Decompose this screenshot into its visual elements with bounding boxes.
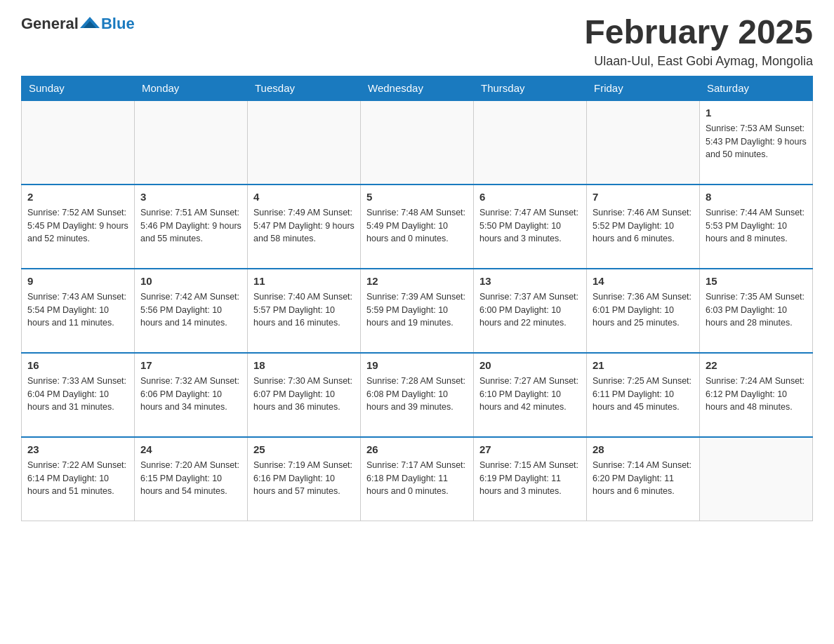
day-number: 13: [479, 274, 581, 288]
day-info: Sunrise: 7:25 AM Sunset: 6:11 PM Dayligh…: [593, 375, 694, 414]
day-info: Sunrise: 7:33 AM Sunset: 6:04 PM Dayligh…: [27, 375, 128, 414]
day-number: 17: [140, 358, 241, 373]
day-info: Sunrise: 7:37 AM Sunset: 6:00 PM Dayligh…: [479, 290, 581, 330]
day-info: Sunrise: 7:52 AM Sunset: 5:45 PM Dayligh…: [27, 206, 128, 246]
day-number: 3: [140, 189, 241, 204]
calendar-cell: 20Sunrise: 7:27 AM Sunset: 6:10 PM Dayli…: [474, 353, 587, 437]
day-number: 26: [366, 442, 468, 457]
calendar-cell: 6Sunrise: 7:47 AM Sunset: 5:50 PM Daylig…: [474, 185, 587, 269]
day-number: 16: [27, 358, 128, 373]
calendar-cell: [474, 100, 587, 185]
calendar-week-row-0: 1Sunrise: 7:53 AM Sunset: 5:43 PM Daylig…: [22, 100, 813, 185]
day-number: 19: [366, 358, 468, 373]
calendar-day-header-monday: Monday: [135, 76, 248, 100]
calendar-cell: 5Sunrise: 7:48 AM Sunset: 5:49 PM Daylig…: [361, 185, 474, 269]
day-info: Sunrise: 7:47 AM Sunset: 5:50 PM Dayligh…: [479, 206, 581, 246]
calendar-cell: [361, 100, 474, 185]
calendar-cell: 9Sunrise: 7:43 AM Sunset: 5:54 PM Daylig…: [22, 269, 135, 353]
day-info: Sunrise: 7:28 AM Sunset: 6:08 PM Dayligh…: [366, 375, 468, 414]
day-number: 1: [706, 105, 807, 120]
logo-blue-text: Blue: [101, 15, 135, 33]
month-title: February 2025: [584, 14, 813, 51]
location-text: Ulaan-Uul, East Gobi Aymag, Mongolia: [584, 54, 813, 69]
calendar-cell: 17Sunrise: 7:32 AM Sunset: 6:06 PM Dayli…: [135, 353, 248, 437]
calendar-cell: 26Sunrise: 7:17 AM Sunset: 6:18 PM Dayli…: [361, 437, 474, 521]
calendar-day-header-tuesday: Tuesday: [248, 76, 361, 100]
day-number: 18: [253, 358, 355, 373]
calendar-cell: 11Sunrise: 7:40 AM Sunset: 5:57 PM Dayli…: [248, 269, 361, 353]
calendar-cell: [700, 437, 813, 521]
day-info: Sunrise: 7:30 AM Sunset: 6:07 PM Dayligh…: [253, 375, 355, 414]
day-number: 28: [593, 442, 694, 457]
calendar-cell: 1Sunrise: 7:53 AM Sunset: 5:43 PM Daylig…: [700, 100, 813, 185]
calendar-cell: 25Sunrise: 7:19 AM Sunset: 6:16 PM Dayli…: [248, 437, 361, 521]
day-info: Sunrise: 7:40 AM Sunset: 5:57 PM Dayligh…: [253, 290, 355, 330]
day-number: 20: [479, 358, 581, 373]
day-info: Sunrise: 7:36 AM Sunset: 6:01 PM Dayligh…: [593, 290, 694, 330]
calendar-cell: 3Sunrise: 7:51 AM Sunset: 5:46 PM Daylig…: [135, 185, 248, 269]
calendar-cell: 16Sunrise: 7:33 AM Sunset: 6:04 PM Dayli…: [22, 353, 135, 437]
calendar-cell: 21Sunrise: 7:25 AM Sunset: 6:11 PM Dayli…: [587, 353, 700, 437]
calendar-cell: 2Sunrise: 7:52 AM Sunset: 5:45 PM Daylig…: [22, 185, 135, 269]
title-section: February 2025 Ulaan-Uul, East Gobi Aymag…: [584, 14, 813, 69]
calendar-cell: [248, 100, 361, 185]
day-info: Sunrise: 7:20 AM Sunset: 6:15 PM Dayligh…: [140, 459, 241, 498]
calendar-table: SundayMondayTuesdayWednesdayThursdayFrid…: [21, 76, 813, 522]
day-number: 4: [253, 189, 355, 204]
calendar-cell: 22Sunrise: 7:24 AM Sunset: 6:12 PM Dayli…: [700, 353, 813, 437]
day-number: 8: [706, 189, 807, 204]
day-number: 24: [140, 442, 241, 457]
day-info: Sunrise: 7:51 AM Sunset: 5:46 PM Dayligh…: [140, 206, 241, 246]
day-number: 12: [366, 274, 468, 288]
calendar-cell: 12Sunrise: 7:39 AM Sunset: 5:59 PM Dayli…: [361, 269, 474, 353]
day-number: 21: [593, 358, 694, 373]
calendar-day-header-sunday: Sunday: [22, 76, 135, 100]
calendar-cell: 10Sunrise: 7:42 AM Sunset: 5:56 PM Dayli…: [135, 269, 248, 353]
calendar-cell: [22, 100, 135, 185]
day-number: 2: [27, 189, 128, 204]
calendar-week-row-1: 2Sunrise: 7:52 AM Sunset: 5:45 PM Daylig…: [22, 185, 813, 269]
calendar-day-header-saturday: Saturday: [700, 76, 813, 100]
day-number: 27: [479, 442, 581, 457]
day-number: 10: [140, 274, 241, 288]
calendar-cell: 18Sunrise: 7:30 AM Sunset: 6:07 PM Dayli…: [248, 353, 361, 437]
calendar-cell: 15Sunrise: 7:35 AM Sunset: 6:03 PM Dayli…: [700, 269, 813, 353]
day-number: 11: [253, 274, 355, 288]
day-number: 14: [593, 274, 694, 288]
day-info: Sunrise: 7:32 AM Sunset: 6:06 PM Dayligh…: [140, 375, 241, 414]
day-info: Sunrise: 7:22 AM Sunset: 6:14 PM Dayligh…: [27, 459, 128, 498]
calendar-cell: 8Sunrise: 7:44 AM Sunset: 5:53 PM Daylig…: [700, 185, 813, 269]
logo-general-text: General: [21, 15, 79, 33]
calendar-cell: 13Sunrise: 7:37 AM Sunset: 6:00 PM Dayli…: [474, 269, 587, 353]
day-number: 9: [27, 274, 128, 288]
calendar-day-header-thursday: Thursday: [474, 76, 587, 100]
calendar-cell: 28Sunrise: 7:14 AM Sunset: 6:20 PM Dayli…: [587, 437, 700, 521]
calendar-day-header-wednesday: Wednesday: [361, 76, 474, 100]
page-header: General Blue February 2025 Ulaan-Uul, Ea…: [21, 14, 813, 69]
day-number: 22: [706, 358, 807, 373]
day-number: 25: [253, 442, 355, 457]
day-info: Sunrise: 7:19 AM Sunset: 6:16 PM Dayligh…: [253, 459, 355, 498]
day-info: Sunrise: 7:48 AM Sunset: 5:49 PM Dayligh…: [366, 206, 468, 246]
calendar-cell: 19Sunrise: 7:28 AM Sunset: 6:08 PM Dayli…: [361, 353, 474, 437]
day-info: Sunrise: 7:39 AM Sunset: 5:59 PM Dayligh…: [366, 290, 468, 330]
calendar-week-row-2: 9Sunrise: 7:43 AM Sunset: 5:54 PM Daylig…: [22, 269, 813, 353]
calendar-week-row-3: 16Sunrise: 7:33 AM Sunset: 6:04 PM Dayli…: [22, 353, 813, 437]
calendar-cell: 27Sunrise: 7:15 AM Sunset: 6:19 PM Dayli…: [474, 437, 587, 521]
day-info: Sunrise: 7:27 AM Sunset: 6:10 PM Dayligh…: [479, 375, 581, 414]
calendar-day-header-friday: Friday: [587, 76, 700, 100]
calendar-cell: 4Sunrise: 7:49 AM Sunset: 5:47 PM Daylig…: [248, 185, 361, 269]
day-info: Sunrise: 7:24 AM Sunset: 6:12 PM Dayligh…: [706, 375, 807, 414]
calendar-cell: 24Sunrise: 7:20 AM Sunset: 6:15 PM Dayli…: [135, 437, 248, 521]
day-info: Sunrise: 7:17 AM Sunset: 6:18 PM Dayligh…: [366, 459, 468, 498]
day-info: Sunrise: 7:35 AM Sunset: 6:03 PM Dayligh…: [706, 290, 807, 330]
day-info: Sunrise: 7:43 AM Sunset: 5:54 PM Dayligh…: [27, 290, 128, 330]
day-info: Sunrise: 7:53 AM Sunset: 5:43 PM Dayligh…: [706, 122, 807, 161]
calendar-cell: 7Sunrise: 7:46 AM Sunset: 5:52 PM Daylig…: [587, 185, 700, 269]
calendar-cell: [135, 100, 248, 185]
day-info: Sunrise: 7:44 AM Sunset: 5:53 PM Dayligh…: [706, 206, 807, 246]
day-number: 15: [706, 274, 807, 288]
calendar-cell: 14Sunrise: 7:36 AM Sunset: 6:01 PM Dayli…: [587, 269, 700, 353]
day-info: Sunrise: 7:46 AM Sunset: 5:52 PM Dayligh…: [593, 206, 694, 246]
calendar-cell: 23Sunrise: 7:22 AM Sunset: 6:14 PM Dayli…: [22, 437, 135, 521]
